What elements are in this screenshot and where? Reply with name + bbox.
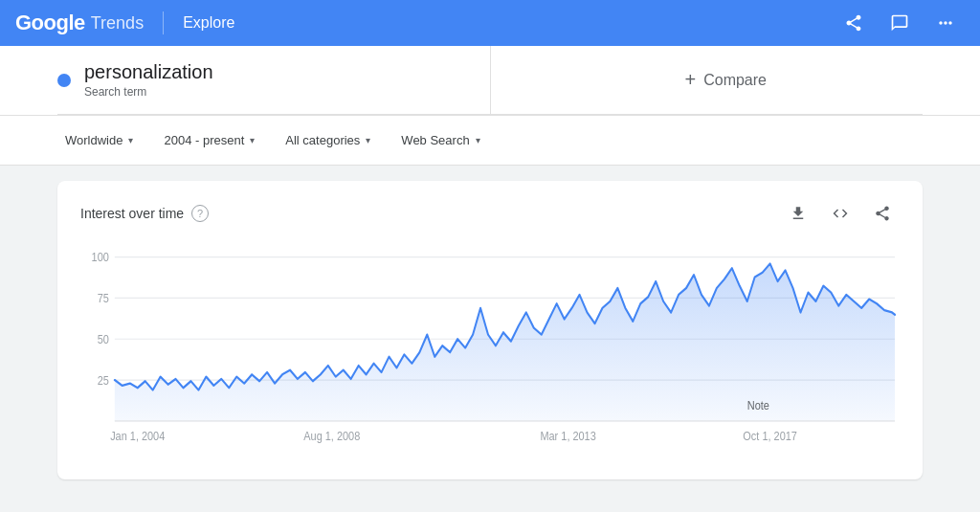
filter-time-label: 2004 - present — [164, 133, 244, 147]
interest-chart: 100 75 50 25 Jan 1 — [80, 246, 900, 456]
card-header: Interest over time ? — [80, 196, 900, 231]
download-icon[interactable] — [781, 196, 815, 231]
chevron-down-icon: ▾ — [366, 135, 370, 145]
header-divider — [163, 11, 164, 34]
filter-search-type-label: Web Search — [401, 133, 469, 147]
share-icon[interactable] — [835, 4, 873, 42]
chevron-down-icon: ▾ — [128, 135, 133, 145]
filter-time[interactable]: 2004 - present ▾ — [156, 127, 262, 153]
svg-text:75: 75 — [98, 291, 110, 305]
filter-bar: Worldwide ▾ 2004 - present ▾ All categor… — [0, 116, 980, 166]
compare-label: Compare — [703, 72, 767, 89]
chevron-down-icon: ▾ — [250, 135, 255, 145]
search-row: personalization Search term + Compare — [57, 46, 923, 115]
card-title: Interest over time — [80, 206, 184, 221]
svg-text:Jan 1, 2004: Jan 1, 2004 — [110, 429, 166, 443]
compare-box[interactable]: + Compare — [491, 46, 924, 114]
term-info: personalization Search term — [84, 61, 213, 99]
filter-region[interactable]: Worldwide ▾ — [57, 127, 141, 153]
logo-area: Google Trends — [15, 11, 144, 35]
share-icon[interactable] — [865, 196, 900, 231]
term-dot — [57, 74, 71, 87]
svg-text:100: 100 — [92, 250, 110, 264]
embed-icon[interactable] — [823, 196, 858, 231]
chart-container: 100 75 50 25 Jan 1 — [80, 246, 900, 456]
interest-over-time-card: Interest over time ? — [57, 181, 923, 479]
compare-plus: + — [685, 69, 697, 91]
google-logo: Google — [15, 11, 85, 35]
term-name: personalization — [84, 61, 213, 83]
filter-search-type[interactable]: Web Search ▾ — [393, 127, 487, 153]
svg-text:Mar 1, 2013: Mar 1, 2013 — [540, 429, 596, 443]
app-header: Google Trends Explore — [0, 0, 980, 46]
svg-text:50: 50 — [98, 332, 110, 346]
filter-category[interactable]: All categories ▾ — [278, 127, 378, 153]
svg-text:Aug 1, 2008: Aug 1, 2008 — [303, 429, 360, 443]
svg-text:25: 25 — [98, 373, 110, 388]
svg-text:Note: Note — [747, 399, 769, 413]
filter-region-label: Worldwide — [65, 133, 122, 147]
svg-text:Oct 1, 2017: Oct 1, 2017 — [743, 429, 797, 443]
chevron-down-icon: ▾ — [476, 135, 480, 145]
explore-label: Explore — [183, 14, 234, 32]
feedback-icon[interactable] — [880, 4, 919, 42]
search-area: personalization Search term + Compare — [0, 46, 980, 116]
card-actions — [781, 196, 900, 231]
trends-logo: Trends — [91, 13, 144, 33]
help-icon[interactable]: ? — [191, 205, 209, 222]
term-type: Search term — [84, 85, 213, 99]
card-title-row: Interest over time ? — [80, 205, 209, 222]
main-content: Interest over time ? — [0, 166, 980, 495]
apps-icon[interactable] — [926, 4, 965, 42]
search-term-box: personalization Search term — [57, 46, 491, 114]
filter-category-label: All categories — [285, 133, 360, 147]
header-icons — [835, 4, 965, 42]
